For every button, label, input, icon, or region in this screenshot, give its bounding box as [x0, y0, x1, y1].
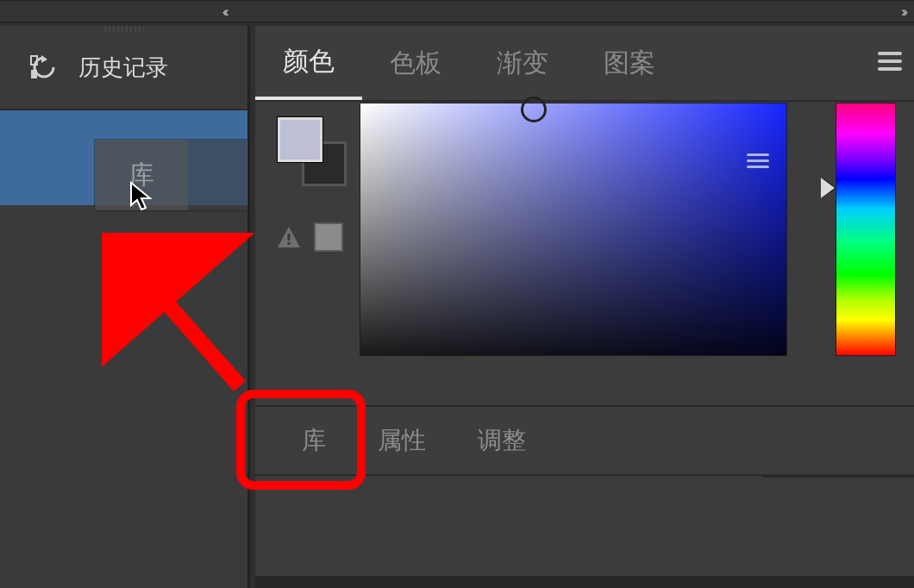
hue-strip[interactable]	[836, 103, 895, 355]
collapse-right-icon[interactable]: ››	[901, 4, 905, 20]
panel-tabs: 颜色 色板 渐变 图案	[255, 26, 914, 102]
gamut-warning-row	[276, 222, 343, 252]
panel-grip-icon[interactable]	[104, 26, 144, 33]
hue-slider[interactable]	[828, 103, 904, 355]
nearest-color-swatch[interactable]	[314, 222, 343, 252]
secondary-panel-tabs: 库 属性 调整	[255, 405, 914, 476]
foreground-color-swatch[interactable]	[278, 117, 322, 162]
warning-icon[interactable]	[276, 225, 302, 249]
svg-rect-4	[287, 242, 290, 245]
right-divider	[762, 476, 914, 478]
sidebar-title: 历史记录	[78, 53, 168, 83]
fg-bg-swatch[interactable]	[278, 117, 347, 186]
bottom-bar	[255, 576, 914, 588]
main-panel: 颜色 色板 渐变 图案 库 属性 调整	[255, 26, 914, 588]
history-icon	[30, 53, 59, 82]
color-picker-area	[255, 102, 914, 409]
tab-patterns[interactable]: 图案	[576, 26, 683, 100]
svg-rect-3	[287, 234, 290, 241]
panel-menu-icon[interactable]	[878, 52, 902, 71]
tab-swatches[interactable]: 色板	[362, 26, 469, 100]
cursor-icon	[129, 181, 153, 212]
sidebar-header: 历史记录	[0, 26, 247, 110]
hue-pointer-icon[interactable]	[821, 178, 835, 198]
collapse-left-icon[interactable]: ‹‹	[222, 4, 227, 20]
sidebar: 历史记录	[0, 26, 250, 588]
color-field-menu-icon[interactable]	[747, 153, 769, 169]
top-bar: ‹‹ ››	[0, 0, 914, 22]
tab-libraries[interactable]: 库	[278, 407, 350, 474]
color-field[interactable]	[360, 103, 786, 355]
tab-color[interactable]: 颜色	[255, 26, 362, 100]
tab-gradients[interactable]: 渐变	[469, 26, 576, 100]
tab-adjustments[interactable]: 调整	[454, 407, 550, 474]
tab-properties[interactable]: 属性	[354, 407, 450, 474]
color-field-cursor-icon	[521, 97, 547, 122]
dragged-panel-tab[interactable]: 库	[95, 140, 248, 210]
